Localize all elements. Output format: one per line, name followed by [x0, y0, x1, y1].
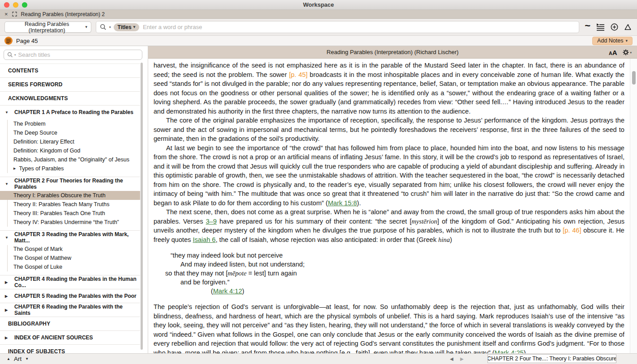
- minimize-window-button[interactable]: [13, 2, 18, 8]
- toc-item[interactable]: The Gospel of Mark: [0, 245, 140, 254]
- sidebar-scrollbar-thumb[interactable]: [141, 63, 143, 350]
- text-run: ): [242, 288, 244, 295]
- toc-item[interactable]: Rabbis, Judaism, and the "Originality" o…: [0, 155, 140, 164]
- window-title: Workspace: [0, 1, 637, 8]
- text-run: The people’s rejection of God’s servant …: [154, 303, 624, 353]
- scripture-link[interactable]: Mark 4:12: [213, 288, 242, 295]
- add-notes-button[interactable]: Add Notes ▾: [592, 37, 633, 45]
- toc-item-label: Definition: Literary Effect: [13, 139, 74, 145]
- toc-item[interactable]: BIBLIOGRAPHY: [0, 317, 140, 330]
- app-window: Workspace × Reading Parables (Interpreta…: [0, 0, 637, 364]
- scripture-link[interactable]: 3–9: [206, 218, 217, 225]
- detach-tab-icon[interactable]: [12, 12, 17, 17]
- text-run: , the call of Isaiah, whose rejection wa…: [216, 236, 438, 243]
- contents-list-icon[interactable]: [4, 37, 13, 45]
- large-a-glyph: A: [612, 49, 617, 56]
- toc-item-label: SERIES FOREWORD: [8, 81, 63, 88]
- search-field[interactable]: ▾ Titles ▾: [96, 21, 579, 33]
- scripture-link[interactable]: Mark 15:8: [328, 199, 357, 207]
- disclosure-collapsed-icon[interactable]: ▶: [13, 167, 16, 170]
- toc-item[interactable]: ▶INDEX OF ANCIENT SOURCES: [0, 331, 140, 344]
- text-run: so that they may not [: [165, 270, 228, 277]
- toc-item[interactable]: SERIES FOREWORD: [0, 78, 140, 91]
- search-input[interactable]: [142, 23, 575, 31]
- toc-item[interactable]: Theory III: Parables Teach One Truth: [0, 209, 140, 218]
- disclosure-expanded-icon[interactable]: ▼: [5, 236, 14, 240]
- titlebar: Workspace: [0, 0, 637, 10]
- toc-item[interactable]: ▼CHAPTER 2 Four Theories for Reading the…: [0, 177, 140, 190]
- fullscreen-window-button[interactable]: [22, 2, 27, 8]
- zone-selector-dropdown-icon[interactable]: ▼: [25, 357, 29, 361]
- toc-item[interactable]: ▼CHAPTER 3 Reading the Parables with Mar…: [0, 231, 140, 244]
- book-title: Reading Parables (Interpretation) (Richa…: [148, 49, 637, 55]
- toolbar-icons: ~: [584, 23, 633, 31]
- zone-collapse-icon[interactable]: ▲: [7, 357, 10, 361]
- close-tab-icon[interactable]: ×: [4, 12, 8, 17]
- disclosure-expanded-icon[interactable]: ▼: [5, 110, 14, 114]
- bottom-bar: ▲ Art ▼ ◀ ▶ CHAPTER 2 Four The...: Theor…: [0, 353, 637, 364]
- page-marker: [p. 45]: [289, 71, 308, 78]
- quote-line: “they may indeed look but not perceive: [171, 251, 624, 260]
- toc-children: The Gospel of MarkThe Gospel of MatthewT…: [0, 244, 140, 275]
- paragraph: harvest, the insignificance of the seed …: [154, 61, 624, 116]
- settings-gear-button[interactable]: ▾: [623, 49, 632, 55]
- text-size-button[interactable]: AA: [609, 49, 617, 56]
- toc-item[interactable]: The Gospel of Luke: [0, 262, 140, 271]
- toc-item-label: Theory III: Parables Teach One Truth: [13, 210, 105, 216]
- toc-item-label: The Gospel of Matthew: [13, 255, 71, 261]
- toc-item[interactable]: INDEX OF SUBJECTS: [0, 345, 140, 353]
- book-selector-dropdown[interactable]: Reading Parables (Interpretation) ▾: [4, 21, 91, 33]
- toc-item[interactable]: The Deep Source: [0, 128, 140, 137]
- toc-item[interactable]: Definition: Kingdom of God: [0, 146, 140, 155]
- toc-item[interactable]: CONTENTS: [0, 64, 140, 77]
- add-circle-icon[interactable]: [611, 23, 618, 31]
- wave-tool-icon[interactable]: ~: [585, 25, 590, 27]
- reading-pane-header-icons: AA: [609, 46, 632, 59]
- disclosure-expanded-icon[interactable]: ▼: [5, 182, 14, 186]
- chevron-down-icon[interactable]: ▾: [14, 53, 16, 56]
- sidebar-search-field[interactable]: ▾: [4, 50, 142, 60]
- toc-item-label: The Problem: [13, 121, 46, 127]
- scripture-link[interactable]: Mark 4:25: [495, 349, 524, 354]
- search-scope-pill[interactable]: Titles ▾: [114, 23, 140, 31]
- search-options-chevron-icon[interactable]: ▾: [109, 25, 111, 29]
- toc-item[interactable]: ▶CHAPTER 4 Reading the Parables in the H…: [0, 275, 140, 289]
- history-back-icon[interactable]: ◀: [450, 356, 453, 361]
- scripture-link[interactable]: Isaiah 6: [193, 236, 216, 243]
- disclosure-collapsed-icon[interactable]: ▶: [5, 280, 14, 284]
- context-lines-icon[interactable]: [596, 23, 605, 31]
- amplify-icon[interactable]: [624, 24, 632, 31]
- toc-item[interactable]: Definition: Literary Effect: [0, 137, 140, 146]
- zone-selector-label: Art: [14, 356, 21, 362]
- sidebar-search-input[interactable]: [17, 51, 139, 59]
- toc-item-label: Rabbis, Judaism, and the "Originality" o…: [13, 157, 129, 163]
- toc-item[interactable]: Theory II: Parables Teach Many Truths: [0, 200, 140, 209]
- toc-item[interactable]: ▶CHAPTER 5 Reading the Parables with the…: [0, 289, 140, 303]
- toc-item[interactable]: Theory IV: Parables Undermine “the Truth…: [0, 218, 140, 227]
- toc-item-label: The Deep Source: [13, 130, 57, 136]
- main-scrollbar-thumb[interactable]: [632, 71, 636, 85]
- text-run: And may indeed listen, but not understan…: [180, 261, 304, 268]
- disclosure-collapsed-icon[interactable]: ▶: [5, 336, 14, 340]
- toc-item[interactable]: Theory I: Parables Obscure the Truth: [0, 191, 140, 200]
- toc-item[interactable]: ▶CHAPTER 6 Reading the Parables with the…: [0, 303, 140, 317]
- toc-item[interactable]: ACKNOWLEDGMENTS: [0, 92, 140, 105]
- text-run: and be forgiven.”: [180, 279, 230, 286]
- search-icon[interactable]: [100, 24, 107, 30]
- toc-item[interactable]: The Problem: [0, 119, 140, 128]
- paragraph: The people’s rejection of God’s servant …: [154, 302, 624, 353]
- toc-item-label: BIBLIOGRAPHY: [8, 321, 50, 327]
- quote-line: (Mark 4:12): [211, 287, 624, 296]
- text-run: At last we begin to see the importance o…: [154, 144, 624, 207]
- toc-item[interactable]: ▶Types of Parables: [0, 164, 140, 173]
- disclosure-collapsed-icon[interactable]: ▶: [5, 294, 14, 298]
- disclosure-collapsed-icon[interactable]: ▶: [5, 308, 14, 312]
- close-window-button[interactable]: [4, 2, 9, 8]
- location-status[interactable]: CHAPTER 2 Four The...: Theory I: Parable…: [487, 354, 616, 363]
- toc-item[interactable]: ▼CHAPTER 1 A Preface to Reading the Para…: [0, 106, 140, 119]
- main-scrollbar-track[interactable]: [630, 59, 637, 353]
- toc-item[interactable]: The Gospel of Matthew: [0, 254, 140, 262]
- book-selector-label: Reading Parables (Interpretation): [9, 21, 85, 34]
- quote-line: and be forgiven.”: [180, 278, 624, 287]
- history-forward-icon[interactable]: ▶: [460, 356, 464, 361]
